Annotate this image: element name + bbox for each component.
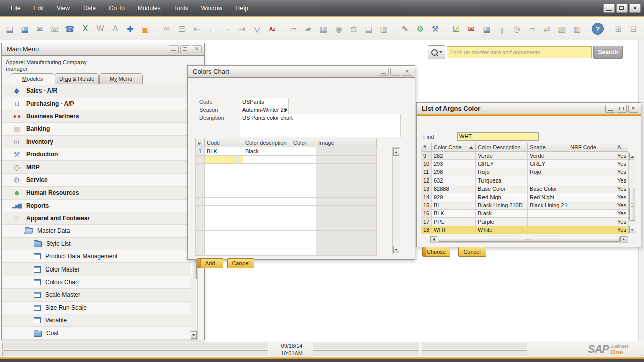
- tree-item-scale-master[interactable]: Scale Master: [2, 289, 198, 301]
- gross-profit-icon[interactable]: ◉: [332, 22, 345, 35]
- filter-icon[interactable]: ▽: [251, 22, 264, 35]
- menu-view[interactable]: View: [50, 5, 76, 12]
- global-search-input[interactable]: [447, 46, 592, 58]
- message-alert-icon[interactable]: ✉: [465, 22, 478, 35]
- column-header-a[interactable]: A...: [615, 143, 628, 152]
- copy-from-icon[interactable]: ▱: [287, 22, 300, 35]
- colors-chart-titlebar[interactable]: Colors Chart: [188, 66, 415, 77]
- maximize-icon[interactable]: [390, 68, 400, 76]
- tree-item-cost[interactable]: Cost: [2, 327, 198, 339]
- tree-item-style-list[interactable]: Style List: [2, 238, 198, 250]
- add-button[interactable]: Add: [197, 258, 223, 268]
- module-mrp[interactable]: ◴MRP: [2, 161, 198, 173]
- scroll-up-icon[interactable]: [629, 153, 635, 160]
- color-row-82888[interactable]: 1382888Base ColorBase ColorYes: [421, 185, 628, 193]
- user-defined-values-icon[interactable]: ⊟: [627, 22, 640, 35]
- tree-item-variable[interactable]: Variable: [2, 314, 198, 327]
- color-row-632[interactable]: 12632TurquezaYes: [421, 176, 628, 185]
- color-row-ppl[interactable]: 17PPLPurpleYes: [421, 218, 628, 226]
- color-row-282[interactable]: 9282VerdeVerdeYes: [421, 152, 628, 160]
- choose-button[interactable]: Choose: [422, 247, 450, 257]
- chart-row-empty[interactable]: [195, 222, 377, 231]
- maximize-icon[interactable]: [617, 105, 627, 113]
- scrollbar-thumb[interactable]: [629, 188, 635, 221]
- volume-weight-icon[interactable]: ⚖: [347, 22, 360, 35]
- tree-item-master-data[interactable]: Master Data: [2, 225, 198, 237]
- find-icon[interactable]: ∞: [160, 22, 173, 35]
- chart-row-empty[interactable]: [195, 198, 377, 206]
- menu-file[interactable]: File: [4, 5, 27, 12]
- presentation-icon[interactable]: ▧: [555, 22, 569, 35]
- pickup-list-icon[interactable]: ☑: [450, 22, 463, 35]
- base-document-icon[interactable]: ▤: [362, 22, 375, 35]
- user-defined-fields-icon[interactable]: ⊞: [612, 22, 625, 35]
- minimize-icon[interactable]: [379, 68, 389, 76]
- tree-item-color-master[interactable]: Color Master: [2, 263, 198, 276]
- column-header-color-description[interactable]: Color Description: [476, 143, 528, 152]
- clock-icon[interactable]: ◷: [510, 22, 523, 35]
- menu-window[interactable]: Window: [194, 5, 229, 12]
- menu-go-to[interactable]: Go To: [102, 5, 131, 12]
- launch-application-icon[interactable]: ✚: [124, 22, 137, 35]
- chart-row-empty[interactable]: [195, 214, 377, 223]
- module-reports[interactable]: ▂▅▇Reports: [2, 200, 198, 212]
- chart-row-active[interactable]: [195, 156, 377, 164]
- export-word-icon[interactable]: W: [94, 22, 107, 35]
- calendar-icon[interactable]: ▦: [480, 22, 493, 35]
- color-list-vertical-scrollbar[interactable]: [628, 152, 636, 234]
- close-icon[interactable]: [628, 105, 638, 113]
- module-inventory[interactable]: ⊞Inventory: [2, 136, 198, 148]
- chart-row-empty[interactable]: [195, 231, 377, 239]
- chart-row-empty[interactable]: [195, 180, 377, 189]
- column-header-color-code[interactable]: Color Code: [432, 143, 476, 152]
- color-list-horizontal-scrollbar[interactable]: [430, 236, 628, 243]
- document-settings-icon[interactable]: ⚙: [414, 22, 427, 35]
- copy-to-icon[interactable]: ▰: [302, 22, 315, 35]
- module-human-resources[interactable]: ☻Human Resources: [2, 187, 198, 199]
- scroll-up-icon[interactable]: [393, 148, 399, 156]
- menu-data[interactable]: Data: [76, 5, 102, 12]
- menu-modules[interactable]: Modules: [131, 5, 167, 12]
- cancel-button[interactable]: Cancel: [227, 258, 254, 268]
- minimize-icon[interactable]: [169, 45, 179, 53]
- first-record-icon[interactable]: ⇤: [190, 22, 203, 35]
- tab-drag-relate[interactable]: Drag & Relate: [55, 73, 99, 84]
- scroll-left-icon[interactable]: [430, 236, 437, 242]
- description-field[interactable]: US Pants color chart: [240, 114, 401, 137]
- module-business-partners[interactable]: ☻☻Business Partners: [2, 110, 198, 123]
- season-dropdown[interactable]: Autumn-Winter 20: [240, 106, 289, 114]
- color-list-titlebar[interactable]: List of Argns Color: [417, 103, 641, 114]
- maximize-icon[interactable]: [180, 45, 190, 53]
- colors-chart-scrollbar[interactable]: [392, 147, 400, 254]
- color-row-wht[interactable]: 18WHTWhiteYes: [421, 226, 628, 234]
- form-settings-icon[interactable]: ⚒: [429, 22, 442, 35]
- module-apparel-and-footwear[interactable]: ◇Apparel and Footwear: [2, 212, 198, 225]
- color-row-blk[interactable]: 16BLKBlackYes: [421, 210, 628, 218]
- help-icon[interactable]: ?: [592, 23, 604, 35]
- previous-record-icon[interactable]: ←: [205, 22, 218, 35]
- app-maximize-button[interactable]: [616, 4, 628, 13]
- next-record-icon[interactable]: →: [220, 22, 233, 35]
- tab-my-menu[interactable]: My Menu: [99, 73, 143, 84]
- scrollbar-track[interactable]: [437, 236, 620, 242]
- tree-item-colors-chart[interactable]: Colors Chart: [2, 276, 198, 289]
- reconciliation-icon[interactable]: ⇄: [540, 22, 553, 35]
- module-service[interactable]: ⚙Service: [2, 174, 198, 187]
- scroll-right-icon[interactable]: [620, 236, 627, 242]
- resize-grip[interactable]: [635, 349, 642, 356]
- search-type-button[interactable]: [428, 45, 445, 59]
- column-header-x[interactable]: #: [421, 143, 432, 152]
- chart-row-empty[interactable]: [195, 164, 377, 172]
- chart-row-empty[interactable]: [195, 189, 377, 198]
- fax-icon[interactable]: ☎: [63, 22, 76, 35]
- color-row-298[interactable]: 11298RojoRojoYes: [421, 168, 628, 176]
- email-icon[interactable]: ✉: [33, 22, 46, 35]
- color-row-929[interactable]: 14929Red NighRed NightYes: [421, 193, 628, 201]
- menu-edit[interactable]: Edit: [27, 5, 50, 12]
- menu-tools[interactable]: Tools: [167, 5, 194, 12]
- search-button[interactable]: Search: [593, 46, 623, 59]
- edit-icon[interactable]: ✎: [398, 22, 412, 35]
- code-field[interactable]: USPants: [240, 98, 289, 106]
- chart-row-empty[interactable]: [195, 172, 377, 181]
- print-icon[interactable]: ▦: [18, 22, 31, 35]
